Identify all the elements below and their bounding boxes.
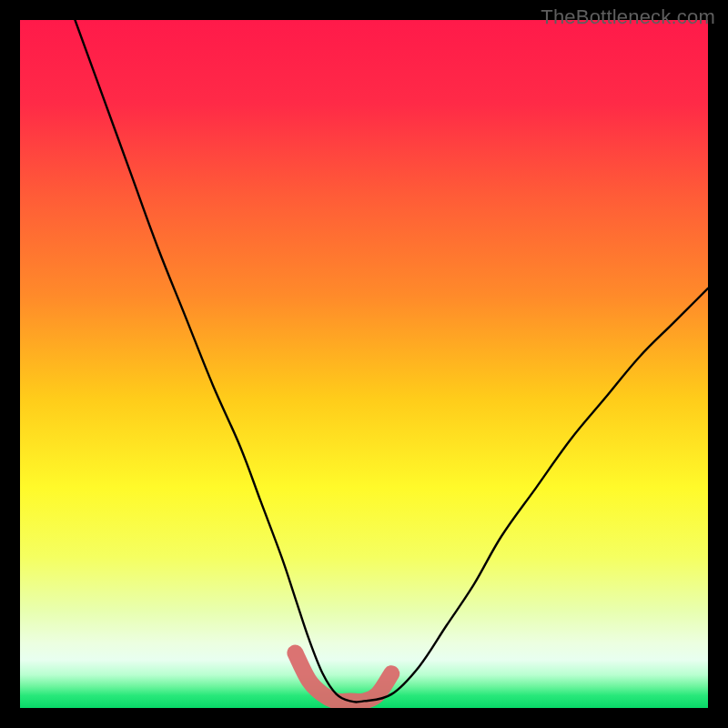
plot-area bbox=[20, 20, 708, 708]
gradient-background bbox=[20, 20, 708, 708]
watermark-text: TheBottleneck.com bbox=[541, 5, 715, 29]
bottleneck-chart bbox=[20, 20, 708, 708]
chart-frame: TheBottleneck.com bbox=[0, 0, 728, 728]
